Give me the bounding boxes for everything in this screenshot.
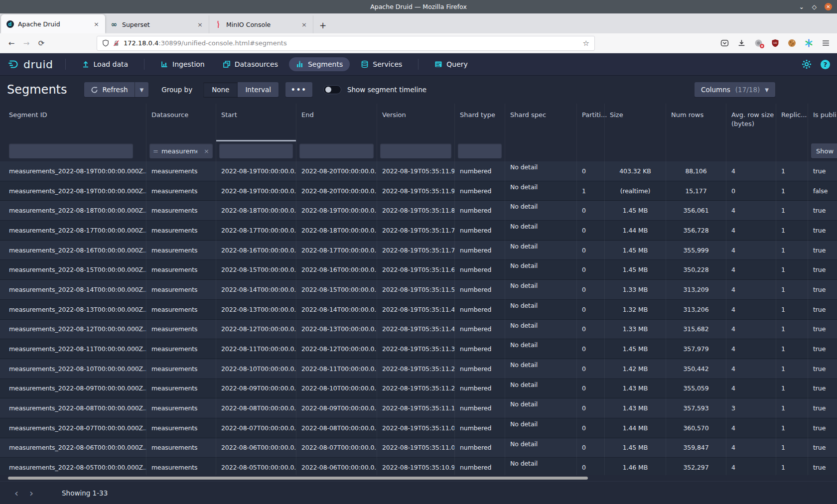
nav-item-query[interactable]: Query bbox=[427, 57, 475, 71]
cell-num_rows[interactable]: 356,728 bbox=[666, 221, 726, 241]
filter-input-version[interactable] bbox=[380, 143, 451, 158]
cell-avg_row_size[interactable]: 4 bbox=[726, 438, 776, 458]
cell-avg_row_size[interactable]: 4 bbox=[726, 161, 776, 181]
cell-partition[interactable]: 0 bbox=[577, 379, 605, 399]
cell-shard_type[interactable]: numbered bbox=[455, 379, 505, 399]
cell-end[interactable]: 2022-08-07T00:00:00.0... bbox=[296, 438, 377, 458]
forward-button[interactable]: → bbox=[19, 39, 34, 48]
extension-icon[interactable] bbox=[754, 39, 763, 47]
cell-is_published[interactable]: true bbox=[808, 260, 837, 280]
refresh-caret-button[interactable]: ▼ bbox=[135, 82, 149, 97]
cell-avg_row_size[interactable]: 4 bbox=[726, 359, 776, 379]
nav-item-ingestion[interactable]: Ingestion bbox=[153, 57, 212, 71]
cell-partition[interactable]: 0 bbox=[577, 398, 605, 418]
cell-version[interactable]: 2022-08-19T05:35:11.6... bbox=[377, 260, 455, 280]
cell-id[interactable]: measurements_2022-08-10T00:00:00.000Z... bbox=[0, 359, 146, 379]
cell-is_published[interactable]: true bbox=[808, 418, 837, 438]
cell-datasource[interactable]: measurements bbox=[146, 161, 216, 181]
cell-avg_row_size[interactable]: 4 bbox=[726, 241, 776, 260]
cell-start[interactable]: 2022-08-05T00:00:00.0... bbox=[216, 458, 296, 475]
cell-id[interactable]: measurements_2022-08-19T00:00:00.000Z... bbox=[0, 161, 146, 181]
cell-is_published[interactable]: true bbox=[808, 359, 837, 379]
column-header-is_published[interactable]: Is publi... bbox=[808, 104, 837, 141]
shield-icon[interactable] bbox=[102, 39, 109, 47]
menu-icon[interactable] bbox=[822, 39, 830, 47]
cell-size[interactable]: 1.45 MB bbox=[605, 260, 666, 280]
cell-shard_spec[interactable]: No detail bbox=[505, 161, 577, 181]
cell-shard_spec[interactable]: No detail bbox=[505, 339, 577, 359]
cell-version[interactable]: 2022-08-19T05:35:11.0... bbox=[377, 418, 455, 438]
filter-show-button[interactable]: Show bbox=[811, 143, 837, 158]
cell-num_rows[interactable]: 359,847 bbox=[666, 438, 726, 458]
cell-id[interactable]: measurements_2022-08-09T00:00:00.000Z... bbox=[0, 379, 146, 399]
cell-shard_spec[interactable]: No detail bbox=[505, 379, 577, 399]
cell-datasource[interactable]: measurements bbox=[146, 359, 216, 379]
cell-start[interactable]: 2022-08-10T00:00:00.0... bbox=[216, 359, 296, 379]
next-page-button[interactable]: › bbox=[24, 488, 39, 498]
cell-datasource[interactable]: measurements bbox=[146, 379, 216, 399]
column-header-version[interactable]: Version bbox=[377, 104, 455, 141]
cell-avg_row_size[interactable]: 4 bbox=[726, 221, 776, 241]
cell-start[interactable]: 2022-08-18T00:00:00.0... bbox=[216, 201, 296, 221]
cell-end[interactable]: 2022-08-15T00:00:00.0... bbox=[296, 280, 377, 300]
cell-version[interactable]: 2022-08-19T05:35:11.3... bbox=[377, 339, 455, 359]
column-header-start[interactable]: Start bbox=[216, 104, 296, 141]
cell-shard_type[interactable]: numbered bbox=[455, 300, 505, 320]
cell-start[interactable]: 2022-08-19T00:00:00.0... bbox=[216, 161, 296, 181]
cookie-icon[interactable] bbox=[788, 39, 796, 47]
cell-replication[interactable]: 1 bbox=[776, 320, 808, 340]
cell-shard_type[interactable]: numbered bbox=[455, 181, 505, 201]
cell-size[interactable]: 403.32 KB bbox=[605, 161, 666, 181]
cell-shard_type[interactable]: numbered bbox=[455, 241, 505, 260]
cell-size[interactable]: 1.33 MB bbox=[605, 320, 666, 340]
cell-avg_row_size[interactable]: 4 bbox=[726, 320, 776, 340]
cell-shard_type[interactable]: numbered bbox=[455, 398, 505, 418]
cell-replication[interactable]: 1 bbox=[776, 339, 808, 359]
cell-start[interactable]: 2022-08-13T00:00:00.0... bbox=[216, 300, 296, 320]
cell-shard_spec[interactable]: No detail bbox=[505, 300, 577, 320]
cell-version[interactable]: 2022-08-19T05:35:11.4... bbox=[377, 320, 455, 340]
cell-shard_spec[interactable]: No detail bbox=[505, 438, 577, 458]
cell-num_rows[interactable]: 356,061 bbox=[666, 201, 726, 221]
cell-id[interactable]: measurements_2022-08-17T00:00:00.000Z... bbox=[0, 221, 146, 241]
cell-shard_type[interactable]: numbered bbox=[455, 458, 505, 475]
cell-datasource[interactable]: measurements bbox=[146, 320, 216, 340]
column-header-id[interactable]: Segment ID bbox=[0, 104, 146, 141]
minimize-button[interactable]: ⌄ bbox=[799, 4, 804, 10]
cell-shard_type[interactable]: numbered bbox=[455, 339, 505, 359]
cell-id[interactable]: measurements_2022-08-07T00:00:00.000Z... bbox=[0, 418, 146, 438]
cell-version[interactable]: 2022-08-19T05:35:11.5... bbox=[377, 280, 455, 300]
cell-avg_row_size[interactable]: 0 bbox=[726, 181, 776, 201]
cell-partition[interactable]: 0 bbox=[577, 221, 605, 241]
cell-is_published[interactable]: true bbox=[808, 280, 837, 300]
cell-datasource[interactable]: measurements bbox=[146, 438, 216, 458]
cell-is_published[interactable]: true bbox=[808, 458, 837, 475]
cell-is_published[interactable]: true bbox=[808, 300, 837, 320]
cell-is_published[interactable]: true bbox=[808, 161, 837, 181]
cell-size[interactable]: 1.44 MB bbox=[605, 418, 666, 438]
cell-end[interactable]: 2022-08-19T00:00:00.0... bbox=[296, 201, 377, 221]
cell-datasource[interactable]: measurements bbox=[146, 181, 216, 201]
cell-shard_type[interactable]: numbered bbox=[455, 161, 505, 181]
filter-input-start[interactable] bbox=[219, 143, 293, 158]
cell-avg_row_size[interactable]: 4 bbox=[726, 339, 776, 359]
cell-num_rows[interactable]: 357,979 bbox=[666, 339, 726, 359]
cell-replication[interactable]: 1 bbox=[776, 458, 808, 475]
cell-shard_type[interactable]: numbered bbox=[455, 260, 505, 280]
cell-id[interactable]: measurements_2022-08-15T00:00:00.000Z... bbox=[0, 260, 146, 280]
cell-replication[interactable]: 1 bbox=[776, 359, 808, 379]
cell-shard_spec[interactable]: No detail bbox=[505, 241, 577, 260]
cell-end[interactable]: 2022-08-20T00:00:00.0... bbox=[296, 181, 377, 201]
cell-datasource[interactable]: measurements bbox=[146, 418, 216, 438]
close-button[interactable]: ✕ bbox=[825, 3, 832, 10]
cell-start[interactable]: 2022-08-19T00:00:00.0... bbox=[216, 181, 296, 201]
cell-end[interactable]: 2022-08-13T00:00:00.0... bbox=[296, 320, 377, 340]
cell-avg_row_size[interactable]: 4 bbox=[726, 201, 776, 221]
filter-input-id[interactable] bbox=[9, 143, 133, 158]
cell-partition[interactable]: 1 bbox=[577, 181, 605, 201]
tab-close-icon[interactable]: × bbox=[299, 21, 309, 28]
cell-id[interactable]: measurements_2022-08-13T00:00:00.000Z... bbox=[0, 300, 146, 320]
cell-shard_type[interactable]: numbered bbox=[455, 418, 505, 438]
cell-num_rows[interactable]: 357,593 bbox=[666, 398, 726, 418]
cell-id[interactable]: measurements_2022-08-16T00:00:00.000Z... bbox=[0, 241, 146, 260]
